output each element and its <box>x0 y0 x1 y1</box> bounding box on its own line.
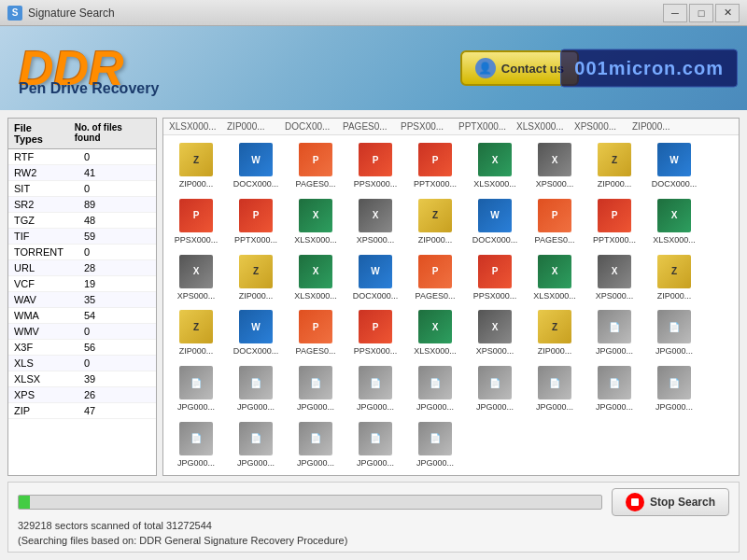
file-label: XPS000... <box>476 346 514 357</box>
file-type-count: 39 <box>78 371 156 386</box>
file-item[interactable]: PPAGES0... <box>526 195 584 249</box>
file-item[interactable]: PPPSX000... <box>167 195 225 249</box>
file-item[interactable]: 📄JPG000... <box>167 362 225 416</box>
jpg-icon: 📄 <box>299 366 332 399</box>
file-item[interactable]: XXPS000... <box>167 251 225 305</box>
file-item[interactable]: PPAGES0... <box>287 139 345 193</box>
file-item[interactable]: PPAGES0... <box>406 251 464 305</box>
file-label: XPS000... <box>357 235 395 245</box>
file-label: PPTX000... <box>414 179 457 189</box>
file-item[interactable]: ZZIP000... <box>167 306 225 360</box>
file-label: PPSX000... <box>473 291 517 301</box>
jpg-icon: 📄 <box>657 310 691 343</box>
file-item[interactable]: PPPTX000... <box>406 139 464 193</box>
grid-header-label: XLSX000... <box>516 121 571 132</box>
file-item[interactable]: 📄JPG000... <box>466 362 524 416</box>
file-item[interactable]: PPPSX000... <box>346 306 404 360</box>
file-type-name: WAV <box>8 292 78 307</box>
file-type-row: SR289 <box>8 197 156 213</box>
file-item[interactable]: 📄JPG000... <box>287 362 345 416</box>
zip-icon: Z <box>418 199 452 232</box>
file-item[interactable]: 📄JPG000... <box>585 362 643 416</box>
xps-icon: X <box>538 143 571 176</box>
file-item[interactable]: WDOCX000... <box>227 139 285 193</box>
file-label: DOCX000... <box>472 235 518 245</box>
file-item[interactable]: ZZIP000... <box>406 195 464 249</box>
xlsx-icon: X <box>299 255 332 288</box>
file-item[interactable]: WDOCX000... <box>466 195 524 249</box>
grid-header-label: XLSX000... <box>169 121 223 132</box>
file-type-list: RTF0RW241SIT0SR289TGZ48TIF59TORRENT0URL2… <box>8 149 156 475</box>
minimize-button[interactable]: ─ <box>663 4 687 22</box>
file-type-name: ZIP <box>8 403 78 418</box>
file-item[interactable]: WDOCX000... <box>346 251 404 305</box>
file-item[interactable]: 📄JPG000... <box>406 362 464 416</box>
file-label: JPG000... <box>297 402 334 413</box>
file-label: ZIP000... <box>179 179 214 189</box>
file-item[interactable]: XXLSX000... <box>645 195 703 249</box>
file-label: XPS000... <box>596 291 634 301</box>
file-item[interactable]: XXLSX000... <box>287 251 345 305</box>
close-button[interactable]: ✕ <box>715 4 740 22</box>
jpg-icon: 📄 <box>179 422 213 455</box>
title-bar-text: Signature Search <box>28 7 663 20</box>
file-label: JPG000... <box>596 402 633 413</box>
file-item[interactable]: ZZIP000... <box>167 139 225 193</box>
file-item[interactable]: 📄JPG000... <box>406 418 464 472</box>
file-item[interactable]: WDOCX000... <box>645 139 703 193</box>
file-item[interactable]: 📄JPG000... <box>526 362 584 416</box>
ppsx-icon: P <box>179 199 213 232</box>
stop-search-button[interactable]: Stop Search <box>612 488 729 516</box>
jpg-icon: 📄 <box>418 422 452 455</box>
docx-icon: W <box>657 143 691 176</box>
zip-icon: Z <box>657 255 691 288</box>
file-item[interactable]: PPPTX000... <box>227 195 285 249</box>
file-label: PPTX000... <box>593 235 636 245</box>
file-item[interactable]: PPPTX000... <box>585 195 643 249</box>
progress-bar-container <box>18 495 602 510</box>
docx-icon: W <box>239 310 273 343</box>
file-item[interactable]: 📄JPG000... <box>645 362 703 416</box>
pptx-icon: P <box>239 199 273 232</box>
file-item[interactable]: XXPS000... <box>526 139 584 193</box>
file-item[interactable]: XXLSX000... <box>526 251 584 305</box>
file-item[interactable]: XXPS000... <box>346 195 404 249</box>
file-item[interactable]: PPAGES0... <box>287 306 345 360</box>
file-label: PPTX000... <box>234 235 277 245</box>
file-item[interactable]: 📄JPG000... <box>287 418 345 472</box>
header: DDR Pen Drive Recovery 👤 Contact us 001m… <box>0 26 747 110</box>
file-item[interactable]: 📄JPG000... <box>346 362 404 416</box>
jpg-icon: 📄 <box>598 310 631 343</box>
file-item[interactable]: XXLSX000... <box>406 306 464 360</box>
file-item[interactable]: ZZIP000... <box>585 139 643 193</box>
xps-icon: X <box>359 199 392 232</box>
file-item[interactable]: 📄JPG000... <box>346 418 404 472</box>
file-item[interactable]: 📄JPG000... <box>227 418 285 472</box>
file-item[interactable]: XXPS000... <box>585 251 643 305</box>
file-item[interactable]: PPPSX000... <box>346 139 404 193</box>
file-item[interactable]: 📄JPG000... <box>167 418 225 472</box>
grid-header-label: ZIP000... <box>632 121 686 132</box>
jpg-icon: 📄 <box>299 422 332 455</box>
file-item[interactable]: PPPSX000... <box>466 251 524 305</box>
file-item[interactable]: ZZIP000... <box>227 251 285 305</box>
jpg-icon: 📄 <box>359 366 392 399</box>
file-type-row: XPS26 <box>8 387 156 403</box>
file-type-count: 0 <box>78 149 156 164</box>
file-item[interactable]: 📄JPG000... <box>227 362 285 416</box>
file-item[interactable]: ZZIP000... <box>645 251 703 305</box>
file-item[interactable]: XXLSX000... <box>466 139 524 193</box>
maximize-button[interactable]: □ <box>689 4 713 22</box>
file-item[interactable]: 📄JPG000... <box>585 306 643 360</box>
file-item[interactable]: 📄JPG000... <box>645 306 703 360</box>
file-item[interactable]: XXPS000... <box>466 306 524 360</box>
file-label: JPG000... <box>655 346 693 357</box>
file-item[interactable]: ZZIP000... <box>526 306 584 360</box>
file-grid-body[interactable]: ZZIP000...WDOCX000...PPAGES0...PPPSX000.… <box>163 135 739 475</box>
file-label: JPG000... <box>655 402 693 413</box>
file-label: JPG000... <box>357 402 394 413</box>
file-type-count: 56 <box>78 340 156 355</box>
file-type-count: 48 <box>78 213 156 228</box>
file-item[interactable]: XXLSX000... <box>287 195 345 249</box>
file-item[interactable]: WDOCX000... <box>227 306 285 360</box>
